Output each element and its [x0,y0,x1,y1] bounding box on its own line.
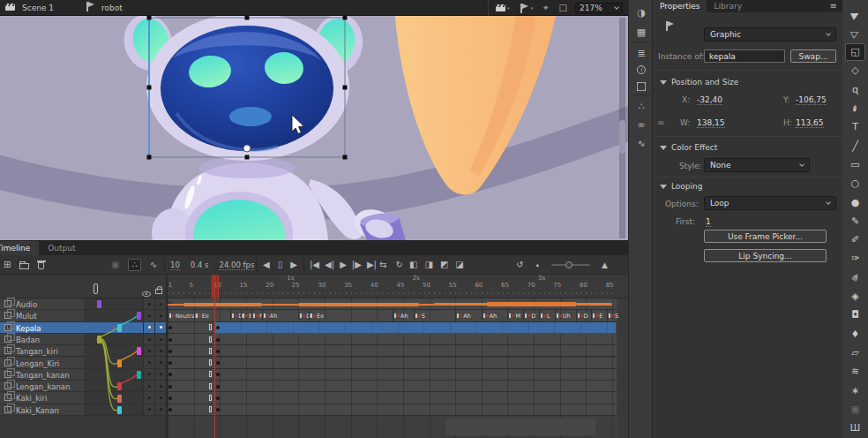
layer-lock-cell[interactable] [154,345,166,356]
visibility-dot[interactable] [148,303,151,306]
x-value[interactable]: -32,40 [697,95,722,105]
asset-warp-tool[interactable]: ∗ [845,381,865,399]
phoneme-segment[interactable]: S [414,310,425,321]
primitive-oval-tool[interactable]: ● [845,193,865,211]
tab-library[interactable]: Library [707,0,748,12]
frame-row-kaki_kiri[interactable] [166,392,628,404]
frame-row-kepala[interactable] [166,322,628,334]
color-panel-icon[interactable]: ◑ [629,4,654,21]
layer-visibility-cell[interactable] [143,298,154,309]
tab-properties[interactable]: Properties [653,0,707,12]
layer-visibility-cell[interactable] [143,392,154,403]
subselection-tool[interactable]: ▷ [845,24,865,42]
layer-visibility-cell[interactable] [143,381,154,391]
parent-swatch[interactable] [117,324,122,332]
lock-dot[interactable] [160,385,162,388]
stage-canvas[interactable] [0,16,628,240]
frame-row-audio[interactable] [166,298,628,310]
oval-tool[interactable]: ○ [845,175,865,193]
stage-vertical-scrollbar[interactable] [619,18,625,238]
ink-bottle-tool[interactable]: ◘ [845,306,865,324]
eraser-tool[interactable]: ▱ [845,344,865,361]
first-frame-value[interactable]: 1 [706,217,711,227]
breadcrumb-symbol[interactable]: robot [101,4,123,12]
lock-dot[interactable] [160,314,162,317]
layer-visibility-cell[interactable] [143,322,154,333]
layer-row-kaki_kanan[interactable]: Kaki_Kanan [0,404,166,416]
phoneme-segment[interactable]: Ah [455,310,471,321]
lock-dot[interactable] [160,350,162,352]
frame-row-kaki_kanan[interactable] [166,404,628,416]
section-position-and-size[interactable]: Position and Size [660,78,738,87]
w-value[interactable]: 138,15 [697,118,725,128]
hand-tool[interactable]: Ш [845,419,865,437]
lock-dot[interactable] [160,373,162,375]
phoneme-segment[interactable]: Ee [194,310,209,321]
visibility-dot[interactable] [148,373,151,375]
layer-lock-cell[interactable] [154,298,166,309]
frames-area[interactable]: NeutralEeDEFAhDEeAhSAhAhMDLUhDES [166,241,628,438]
instance-name-field[interactable]: kepala [704,49,785,63]
frame-row-lengan_kanan[interactable] [166,381,628,392]
phoneme-segment[interactable]: D [576,310,588,321]
gradient-transform-tool[interactable]: ◇ [845,62,865,79]
layer-lock-cell[interactable] [154,334,166,344]
classic-brush-tool[interactable]: ✐ [845,231,865,249]
layer-lock-cell[interactable] [154,310,166,321]
layer-visibility-cell[interactable] [143,369,154,380]
visibility-dot[interactable] [148,361,151,364]
visibility-dot[interactable] [148,408,151,411]
layer-row-lengan_kanan[interactable]: Lengan_kanan [0,381,166,392]
visibility-dot[interactable] [148,326,151,328]
layer-lock-cell[interactable] [154,392,166,403]
parent-swatch[interactable] [117,382,122,390]
visibility-dot[interactable] [148,338,151,341]
clip-scene-menu-icon[interactable]: ▾ [496,4,510,11]
phoneme-segment[interactable]: L [539,310,550,321]
h-value[interactable]: 113,65 [796,118,824,128]
layer-lock-cell[interactable] [154,381,166,391]
layer-visibility-cell[interactable] [143,358,154,368]
layer-lock-cell[interactable] [154,404,166,415]
layer-visibility-cell[interactable] [143,310,154,321]
text-tool[interactable]: T [845,118,865,136]
layer-row-lengan_kiri[interactable]: Lengan_Kiri [0,358,166,369]
parent-swatch[interactable] [97,336,101,344]
color-style-dropdown[interactable]: None [704,158,810,172]
phoneme-segment[interactable]: Uh [555,310,571,321]
frame-row-lengan_kiri[interactable] [166,358,628,369]
panel-menu-icon[interactable]: ≡ [830,1,837,11]
parent-swatch[interactable] [117,406,122,414]
clip-content-icon[interactable]: □ [559,4,567,12]
parent-swatch[interactable] [117,395,122,403]
fluid-brush-tool[interactable]: ✑ [845,250,865,268]
layer-row-badan[interactable]: Badan [0,334,166,345]
lip-syncing-button[interactable]: Lip Syncing... [704,249,827,262]
rectangle-tool[interactable]: ▭ [845,155,865,173]
width-tool[interactable]: ≋ [845,363,865,381]
layer-lock-cell[interactable] [154,369,166,380]
robot-head[interactable] [146,16,349,161]
bone-tool[interactable]: ⋔ [845,268,865,286]
phoneme-segment[interactable]: D [523,310,535,321]
lock-dot[interactable] [160,361,162,364]
lock-dot[interactable] [160,396,162,399]
phoneme-segment[interactable]: Neutral [168,310,197,321]
visibility-dot[interactable] [148,314,151,317]
breadcrumb-scene[interactable]: Scene 1 [22,4,54,12]
timeline-hscroll-thumb[interactable] [445,419,595,435]
transformation-point[interactable] [243,145,251,152]
free-transform-tool[interactable]: ◱ [845,43,865,61]
lasso-tool[interactable]: ɋ [845,80,865,98]
lock-dot[interactable] [160,303,162,306]
layer-visibility-cell[interactable] [143,334,154,344]
pencil-tool[interactable]: ✎ [845,212,865,230]
layer-row-audio[interactable]: Audio [0,298,166,310]
align-panel-icon[interactable]: ≣ [629,44,654,62]
transform-panel-icon[interactable] [629,78,654,95]
visibility-dot[interactable] [148,396,151,399]
info-panel-icon[interactable]: i [629,61,654,79]
phoneme-segment[interactable]: Ah [262,310,278,321]
paint-bucket-tool[interactable]: ◈ [845,288,865,306]
layer-lock-cell[interactable] [154,358,166,368]
